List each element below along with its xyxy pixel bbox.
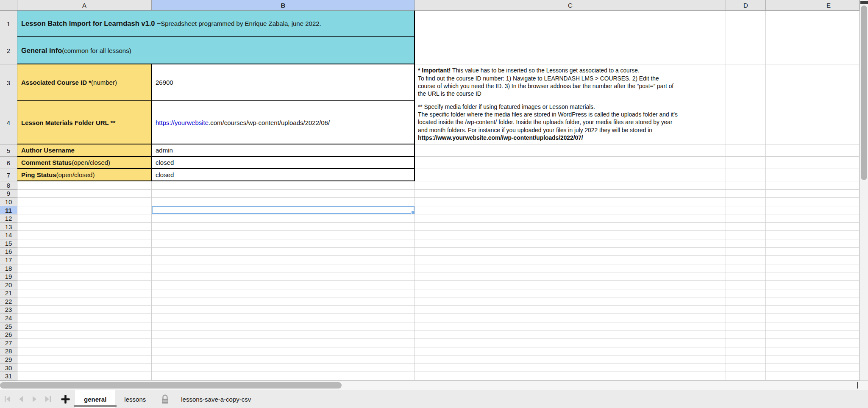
cell-c22[interactable] <box>415 297 726 306</box>
cell-b11-selected[interactable] <box>152 206 415 215</box>
cell-e5[interactable] <box>766 144 860 157</box>
cell-b21[interactable] <box>152 289 415 298</box>
cell-a16[interactable] <box>17 248 152 256</box>
cell-e21[interactable] <box>766 289 860 298</box>
cell-e31[interactable] <box>766 372 860 380</box>
row-header-6[interactable]: 6 <box>0 157 17 169</box>
cell-d7[interactable] <box>726 169 766 181</box>
cell-c21[interactable] <box>415 289 726 298</box>
cell-c25[interactable] <box>415 322 726 331</box>
row-header-3[interactable]: 3 <box>0 64 17 101</box>
cell-c10[interactable] <box>415 198 726 206</box>
cell-b30[interactable] <box>152 364 415 372</box>
cell-b6-value[interactable]: closed <box>152 157 415 169</box>
cell-d17[interactable] <box>726 256 766 264</box>
cell-d12[interactable] <box>726 214 766 223</box>
cell-b25[interactable] <box>152 322 415 331</box>
cell-b20[interactable] <box>152 281 415 289</box>
cell-a11[interactable] <box>17 206 152 215</box>
row-header-1[interactable]: 1 <box>0 11 17 37</box>
cell-a19[interactable] <box>17 272 152 281</box>
row-header-4[interactable]: 4 <box>0 101 17 144</box>
row-header-29[interactable]: 29 <box>0 355 17 364</box>
cell-d26[interactable] <box>726 330 766 339</box>
horizontal-scrollbar[interactable] <box>0 380 868 390</box>
cell-d9[interactable] <box>726 190 766 198</box>
row-header-31[interactable]: 31 <box>0 372 17 380</box>
cell-e22[interactable] <box>766 297 860 306</box>
cell-d21[interactable] <box>726 289 766 298</box>
cell-c24[interactable] <box>415 314 726 322</box>
row-header-19[interactable]: 19 <box>0 272 17 281</box>
cell-c8[interactable] <box>415 181 726 190</box>
row-header-21[interactable]: 21 <box>0 289 17 298</box>
row-header-26[interactable]: 26 <box>0 330 17 339</box>
cell-c15[interactable] <box>415 239 726 248</box>
cell-a4-label[interactable]: Lesson Materials Folder URL ** <box>17 101 152 144</box>
cell-a31[interactable] <box>17 372 152 380</box>
last-sheet-icon[interactable] <box>44 395 51 403</box>
cell-e23[interactable] <box>766 306 860 314</box>
cell-c14[interactable] <box>415 231 726 239</box>
cell-b12[interactable] <box>152 214 415 223</box>
cell-e13[interactable] <box>766 223 860 231</box>
cell-b29[interactable] <box>152 355 415 364</box>
cell-d24[interactable] <box>726 314 766 322</box>
cell-d14[interactable] <box>726 231 766 239</box>
cell-a1-title[interactable]: Lesson Batch Import for Learndash v1.0 –… <box>17 11 415 37</box>
cell-c29[interactable] <box>415 355 726 364</box>
cell-d11[interactable] <box>726 206 766 215</box>
cell-c26[interactable] <box>415 330 726 339</box>
cell-d5[interactable] <box>726 144 766 157</box>
row-header-14[interactable]: 14 <box>0 231 17 239</box>
cell-a21[interactable] <box>17 289 152 298</box>
cell-b23[interactable] <box>152 306 415 314</box>
cell-d8[interactable] <box>726 181 766 190</box>
cell-e27[interactable] <box>766 339 860 347</box>
cell-d13[interactable] <box>726 223 766 231</box>
cell-b10[interactable] <box>152 198 415 206</box>
cell-d29[interactable] <box>726 355 766 364</box>
cell-b22[interactable] <box>152 297 415 306</box>
cell-c6[interactable] <box>415 157 726 169</box>
cell-e18[interactable] <box>766 264 860 273</box>
cell-a13[interactable] <box>17 223 152 231</box>
vertical-scrollbar-thumb[interactable] <box>861 6 867 180</box>
cell-e4[interactable] <box>766 101 860 144</box>
cell-d19[interactable] <box>726 272 766 281</box>
cell-a27[interactable] <box>17 339 152 347</box>
cell-c17[interactable] <box>415 256 726 264</box>
cell-c9[interactable] <box>415 190 726 198</box>
cell-a18[interactable] <box>17 264 152 273</box>
horizontal-scrollbar-thumb[interactable] <box>0 382 342 389</box>
cell-c19[interactable] <box>415 272 726 281</box>
cell-c30[interactable] <box>415 364 726 372</box>
row-header-7[interactable]: 7 <box>0 169 17 181</box>
row-header-25[interactable]: 25 <box>0 322 17 331</box>
cell-d18[interactable] <box>726 264 766 273</box>
cell-c18[interactable] <box>415 264 726 273</box>
sheet-tab-general[interactable]: general <box>75 390 115 408</box>
cell-a24[interactable] <box>17 314 152 322</box>
next-sheet-icon[interactable] <box>31 395 38 403</box>
row-header-28[interactable]: 28 <box>0 347 17 356</box>
row-header-11[interactable]: 11 <box>0 206 17 215</box>
cell-b18[interactable] <box>152 264 415 273</box>
row-header-16[interactable]: 16 <box>0 248 17 256</box>
cell-d15[interactable] <box>726 239 766 248</box>
cell-e28[interactable] <box>766 347 860 356</box>
cell-a7-label[interactable]: Ping Status (open/closed) <box>17 169 152 181</box>
cell-e9[interactable] <box>766 190 860 198</box>
cell-b16[interactable] <box>152 248 415 256</box>
cell-e7[interactable] <box>766 169 860 181</box>
row-header-8[interactable]: 8 <box>0 181 17 190</box>
cell-a20[interactable] <box>17 281 152 289</box>
cell-a30[interactable] <box>17 364 152 372</box>
cell-a26[interactable] <box>17 330 152 339</box>
row-header-18[interactable]: 18 <box>0 264 17 273</box>
cell-b4-url[interactable]: https://yourwebsite.com/courses/wp-conte… <box>152 101 415 144</box>
row-header-17[interactable]: 17 <box>0 256 17 264</box>
cell-b7-value[interactable]: closed <box>152 169 415 181</box>
cell-e16[interactable] <box>766 248 860 256</box>
cell-e30[interactable] <box>766 364 860 372</box>
